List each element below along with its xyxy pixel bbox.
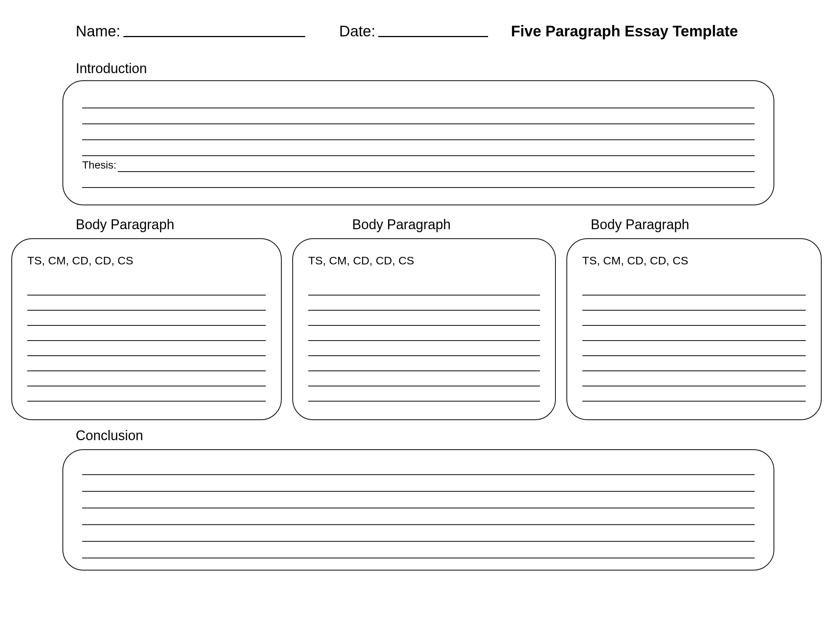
body-line[interactable]	[27, 326, 266, 341]
body-line[interactable]	[582, 295, 806, 311]
header-row: Name: Date: Five Paragraph Essay Templat…	[76, 23, 822, 40]
body-line[interactable]	[27, 311, 266, 326]
ts-label: TS, CM, CD, CD, CS	[582, 254, 806, 267]
body-paragraph-label-3: Body Paragraph	[591, 217, 689, 233]
body-line[interactable]	[308, 311, 540, 326]
ts-label: TS, CM, CD, CD, CS	[27, 254, 266, 267]
body-line[interactable]	[308, 326, 540, 341]
body-line[interactable]	[27, 371, 266, 386]
body-box-1: TS, CM, CD, CD, CS	[11, 238, 282, 420]
body-line[interactable]	[582, 386, 806, 402]
body-line[interactable]	[27, 356, 266, 371]
body-line[interactable]	[582, 311, 806, 326]
body-paragraph-label-1: Body Paragraph	[76, 217, 352, 233]
body-line[interactable]	[308, 356, 540, 371]
conclusion-line[interactable]	[82, 492, 755, 509]
thesis-label: Thesis:	[82, 159, 116, 172]
body-line[interactable]	[308, 280, 540, 295]
body-paragraphs-row: TS, CM, CD, CD, CS TS, CM, CD, CD, CS TS…	[11, 238, 822, 420]
body-line[interactable]	[308, 386, 540, 402]
body-line[interactable]	[27, 280, 266, 295]
body-line[interactable]	[308, 341, 540, 356]
date-label: Date:	[339, 23, 376, 40]
body-labels-row: Body Paragraph Body Paragraph Body Parag…	[76, 217, 822, 233]
body-line[interactable]	[582, 341, 806, 356]
intro-line[interactable]	[82, 92, 755, 108]
name-input-line[interactable]	[124, 26, 305, 37]
introduction-label: Introduction	[76, 61, 822, 77]
body-line[interactable]	[27, 386, 266, 402]
conclusion-line[interactable]	[82, 509, 755, 525]
date-input-line[interactable]	[378, 26, 488, 37]
introduction-box: Thesis:	[63, 80, 774, 205]
body-line[interactable]	[582, 356, 806, 371]
body-line[interactable]	[582, 326, 806, 341]
conclusion-label: Conclusion	[76, 428, 822, 444]
name-label: Name:	[76, 23, 121, 40]
intro-line[interactable]	[82, 140, 755, 156]
intro-line[interactable]	[82, 108, 755, 124]
thesis-line[interactable]	[118, 160, 755, 172]
body-line[interactable]	[308, 371, 540, 386]
body-line[interactable]	[27, 341, 266, 356]
conclusion-box	[63, 449, 774, 570]
body-line[interactable]	[582, 280, 806, 295]
conclusion-line[interactable]	[82, 458, 755, 475]
intro-line[interactable]	[82, 124, 755, 140]
page-title: Five Paragraph Essay Template	[511, 23, 738, 40]
ts-label: TS, CM, CD, CD, CS	[308, 254, 540, 267]
body-box-3: TS, CM, CD, CD, CS	[566, 238, 822, 420]
conclusion-line[interactable]	[82, 525, 755, 542]
thesis-line[interactable]	[82, 172, 755, 188]
body-box-2: TS, CM, CD, CD, CS	[292, 238, 556, 420]
body-line[interactable]	[582, 371, 806, 386]
body-line[interactable]	[308, 295, 540, 311]
body-paragraph-label-2: Body Paragraph	[352, 217, 591, 233]
conclusion-line[interactable]	[82, 475, 755, 492]
body-line[interactable]	[27, 295, 266, 311]
conclusion-line[interactable]	[82, 542, 755, 559]
